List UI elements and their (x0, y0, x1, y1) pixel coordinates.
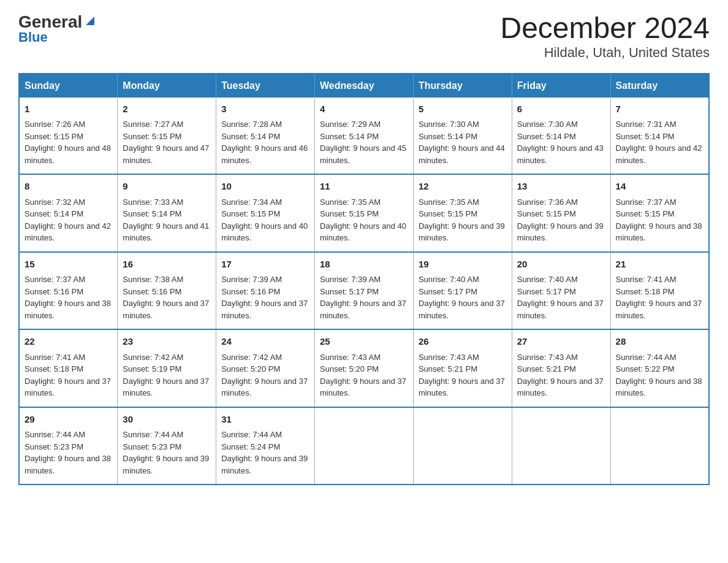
day-number: 21 (616, 258, 703, 272)
calendar-cell: 29 Sunrise: 7:44 AMSunset: 5:23 PMDaylig… (19, 407, 118, 485)
col-header-thursday: Thursday (413, 74, 512, 98)
day-info: Sunrise: 7:27 AMSunset: 5:15 PMDaylight:… (123, 120, 209, 165)
col-header-monday: Monday (118, 74, 216, 98)
title-area: December 2024 Hildale, Utah, United Stat… (500, 12, 710, 61)
day-info: Sunrise: 7:36 AMSunset: 5:15 PMDaylight:… (517, 197, 604, 243)
day-number: 5 (419, 102, 507, 117)
day-number: 19 (419, 258, 507, 272)
day-number: 1 (25, 102, 112, 117)
calendar-cell: 14 Sunrise: 7:37 AMSunset: 5:15 PMDaylig… (610, 174, 709, 252)
calendar-cell: 23 Sunrise: 7:42 AMSunset: 5:19 PMDaylig… (118, 329, 216, 407)
col-header-saturday: Saturday (610, 74, 709, 98)
day-info: Sunrise: 7:40 AMSunset: 5:17 PMDaylight:… (419, 275, 505, 320)
calendar-cell: 15 Sunrise: 7:37 AMSunset: 5:16 PMDaylig… (19, 252, 118, 330)
day-number: 10 (221, 180, 309, 194)
calendar-cell (512, 407, 610, 485)
day-info: Sunrise: 7:39 AMSunset: 5:16 PMDaylight:… (221, 275, 308, 320)
day-info: Sunrise: 7:38 AMSunset: 5:16 PMDaylight:… (123, 275, 209, 320)
day-info: Sunrise: 7:39 AMSunset: 5:17 PMDaylight:… (320, 275, 406, 320)
calendar-cell: 3 Sunrise: 7:28 AMSunset: 5:14 PMDayligh… (216, 98, 315, 175)
calendar-week-3: 15 Sunrise: 7:37 AMSunset: 5:16 PMDaylig… (19, 252, 709, 330)
day-number: 8 (25, 180, 112, 194)
calendar-cell: 19 Sunrise: 7:40 AMSunset: 5:17 PMDaylig… (413, 252, 512, 330)
calendar-table: SundayMondayTuesdayWednesdayThursdayFrid… (18, 73, 710, 486)
day-info: Sunrise: 7:43 AMSunset: 5:20 PMDaylight:… (320, 353, 406, 398)
calendar-cell: 22 Sunrise: 7:41 AMSunset: 5:18 PMDaylig… (19, 329, 118, 407)
calendar-cell: 5 Sunrise: 7:30 AMSunset: 5:14 PMDayligh… (413, 98, 512, 175)
day-info: Sunrise: 7:35 AMSunset: 5:15 PMDaylight:… (320, 197, 406, 243)
calendar-cell: 11 Sunrise: 7:35 AMSunset: 5:15 PMDaylig… (315, 174, 414, 252)
calendar-cell: 2 Sunrise: 7:27 AMSunset: 5:15 PMDayligh… (118, 98, 216, 175)
calendar-cell: 20 Sunrise: 7:40 AMSunset: 5:17 PMDaylig… (512, 252, 610, 330)
day-info: Sunrise: 7:41 AMSunset: 5:18 PMDaylight:… (616, 275, 702, 320)
calendar-cell: 27 Sunrise: 7:43 AMSunset: 5:21 PMDaylig… (512, 329, 610, 407)
day-info: Sunrise: 7:44 AMSunset: 5:23 PMDaylight:… (25, 430, 111, 475)
day-number: 3 (221, 102, 309, 117)
day-number: 15 (25, 258, 112, 272)
calendar-cell: 31 Sunrise: 7:44 AMSunset: 5:24 PMDaylig… (216, 407, 315, 485)
day-number: 26 (419, 335, 507, 349)
logo-triangle-icon (83, 14, 97, 28)
day-number: 2 (123, 102, 211, 117)
calendar-cell: 8 Sunrise: 7:32 AMSunset: 5:14 PMDayligh… (19, 174, 118, 252)
day-info: Sunrise: 7:41 AMSunset: 5:18 PMDaylight:… (25, 353, 111, 398)
location-subtitle: Hildale, Utah, United States (500, 45, 710, 61)
day-number: 24 (221, 335, 309, 349)
day-number: 28 (616, 335, 703, 349)
calendar-cell: 30 Sunrise: 7:44 AMSunset: 5:23 PMDaylig… (118, 407, 216, 485)
day-number: 11 (320, 180, 408, 194)
calendar-cell: 6 Sunrise: 7:30 AMSunset: 5:14 PMDayligh… (512, 98, 610, 175)
day-info: Sunrise: 7:33 AMSunset: 5:14 PMDaylight:… (123, 197, 209, 243)
day-number: 12 (419, 180, 507, 194)
svg-marker-0 (86, 17, 94, 25)
calendar-cell: 17 Sunrise: 7:39 AMSunset: 5:16 PMDaylig… (216, 252, 315, 330)
calendar-cell: 9 Sunrise: 7:33 AMSunset: 5:14 PMDayligh… (118, 174, 216, 252)
day-number: 13 (517, 180, 605, 194)
day-info: Sunrise: 7:43 AMSunset: 5:21 PMDaylight:… (419, 353, 505, 398)
day-info: Sunrise: 7:30 AMSunset: 5:14 PMDaylight:… (419, 120, 505, 165)
day-number: 18 (320, 258, 408, 272)
calendar-cell: 4 Sunrise: 7:29 AMSunset: 5:14 PMDayligh… (315, 98, 414, 175)
col-header-wednesday: Wednesday (315, 74, 414, 98)
logo-blue-text: Blue (18, 29, 48, 45)
col-header-sunday: Sunday (19, 74, 118, 98)
day-info: Sunrise: 7:31 AMSunset: 5:14 PMDaylight:… (616, 120, 702, 165)
day-info: Sunrise: 7:44 AMSunset: 5:24 PMDaylight:… (221, 430, 308, 475)
day-info: Sunrise: 7:37 AMSunset: 5:16 PMDaylight:… (25, 275, 111, 320)
calendar-cell: 24 Sunrise: 7:42 AMSunset: 5:20 PMDaylig… (216, 329, 315, 407)
calendar-cell: 1 Sunrise: 7:26 AMSunset: 5:15 PMDayligh… (19, 98, 118, 175)
day-info: Sunrise: 7:32 AMSunset: 5:14 PMDaylight:… (25, 197, 111, 243)
calendar-cell: 21 Sunrise: 7:41 AMSunset: 5:18 PMDaylig… (610, 252, 709, 330)
calendar-week-2: 8 Sunrise: 7:32 AMSunset: 5:14 PMDayligh… (19, 174, 709, 252)
day-number: 30 (123, 413, 211, 427)
day-number: 25 (320, 335, 408, 349)
calendar-cell: 12 Sunrise: 7:35 AMSunset: 5:15 PMDaylig… (413, 174, 512, 252)
day-info: Sunrise: 7:42 AMSunset: 5:20 PMDaylight:… (221, 353, 308, 398)
calendar-week-5: 29 Sunrise: 7:44 AMSunset: 5:23 PMDaylig… (19, 407, 709, 485)
logo: General Blue (18, 12, 97, 45)
day-info: Sunrise: 7:42 AMSunset: 5:19 PMDaylight:… (123, 353, 209, 398)
day-info: Sunrise: 7:26 AMSunset: 5:15 PMDaylight:… (25, 120, 111, 165)
day-number: 9 (123, 180, 211, 194)
calendar-cell: 13 Sunrise: 7:36 AMSunset: 5:15 PMDaylig… (512, 174, 610, 252)
day-number: 27 (517, 335, 605, 349)
calendar-cell: 16 Sunrise: 7:38 AMSunset: 5:16 PMDaylig… (118, 252, 216, 330)
calendar-cell: 7 Sunrise: 7:31 AMSunset: 5:14 PMDayligh… (610, 98, 709, 175)
calendar-cell: 18 Sunrise: 7:39 AMSunset: 5:17 PMDaylig… (315, 252, 414, 330)
day-number: 4 (320, 102, 408, 117)
day-number: 17 (221, 258, 309, 272)
day-info: Sunrise: 7:40 AMSunset: 5:17 PMDaylight:… (517, 275, 604, 320)
calendar-cell: 25 Sunrise: 7:43 AMSunset: 5:20 PMDaylig… (315, 329, 414, 407)
calendar-week-1: 1 Sunrise: 7:26 AMSunset: 5:15 PMDayligh… (19, 98, 709, 175)
day-number: 20 (517, 258, 605, 272)
calendar-week-4: 22 Sunrise: 7:41 AMSunset: 5:18 PMDaylig… (19, 329, 709, 407)
col-header-tuesday: Tuesday (216, 74, 315, 98)
day-number: 22 (25, 335, 112, 349)
day-info: Sunrise: 7:37 AMSunset: 5:15 PMDaylight:… (616, 197, 702, 243)
day-info: Sunrise: 7:28 AMSunset: 5:14 PMDaylight:… (221, 120, 308, 165)
day-info: Sunrise: 7:43 AMSunset: 5:21 PMDaylight:… (517, 353, 604, 398)
page-header: General Blue December 2024 Hildale, Utah… (18, 12, 710, 61)
day-info: Sunrise: 7:34 AMSunset: 5:15 PMDaylight:… (221, 197, 308, 243)
day-info: Sunrise: 7:29 AMSunset: 5:14 PMDaylight:… (320, 120, 406, 165)
calendar-cell: 28 Sunrise: 7:44 AMSunset: 5:22 PMDaylig… (610, 329, 709, 407)
